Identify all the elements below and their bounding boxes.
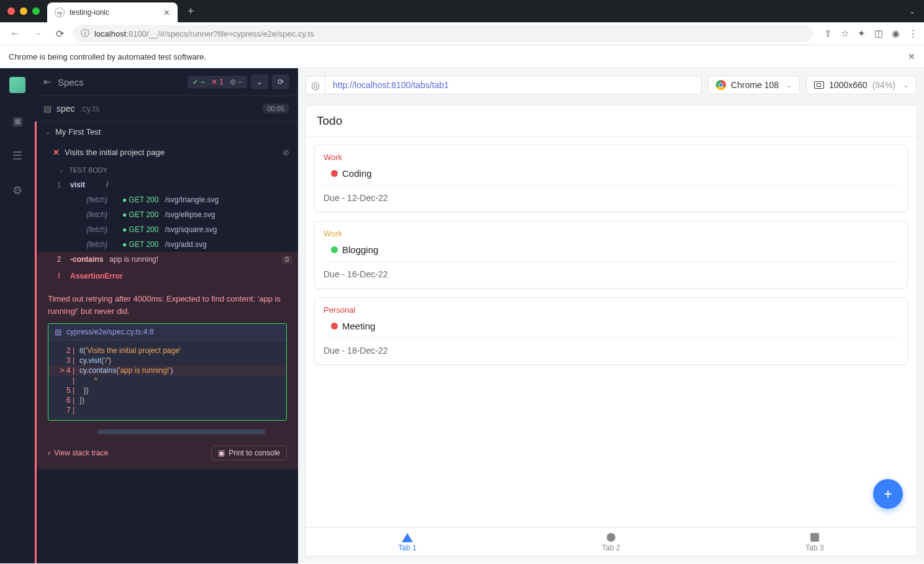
chrome-icon	[716, 80, 726, 90]
error-type: AssertionError	[70, 272, 123, 280]
todo-category: Personal	[324, 305, 899, 315]
page-title: Todo	[306, 105, 917, 137]
spec-ext: .cy.ts	[80, 104, 100, 114]
cypress-logo-icon[interactable]	[9, 77, 25, 93]
plus-icon: +	[884, 485, 892, 503]
reload-button[interactable]: ⟳	[51, 25, 68, 42]
triangle-icon	[402, 533, 413, 542]
log-fetch-row[interactable]: (fetch) ● GET 200 /svg/triangle.svg	[37, 192, 298, 207]
spec-file-row[interactable]: ▤ spec.cy.ts 00:05	[35, 96, 298, 122]
forward-button[interactable]: →	[29, 25, 46, 42]
log-fetch-row[interactable]: (fetch) ● GET 200 /svg/square.svg	[37, 222, 298, 237]
tab-overflow-icon[interactable]: ⌄	[909, 7, 915, 16]
log-command-visit[interactable]: 1 visit /	[37, 177, 298, 192]
log-fetch-row[interactable]: (fetch) ● GET 200 /svg/ellipse.svg	[37, 207, 298, 222]
fail-count: ✕ 1	[211, 78, 224, 86]
test-row[interactable]: ✕ Visits the initial project page ⊘	[37, 142, 298, 163]
menu-icon[interactable]: ⋮	[908, 28, 918, 39]
todo-due: Due - 12-Dec-22	[324, 193, 899, 203]
chevron-down-icon[interactable]: ⌄	[251, 74, 268, 89]
tab-2[interactable]: Tab 2	[509, 527, 713, 556]
url-host: localhost	[94, 29, 126, 38]
browser-tab-bar: cy testing-ionic ✕ + ⌄	[0, 0, 924, 22]
status-dot-icon	[331, 323, 338, 329]
browser-select[interactable]: Chrome 108 ⌄	[708, 76, 800, 94]
pending-count: ⊘ –	[230, 78, 242, 86]
tab-label: Tab 2	[602, 544, 620, 552]
assertion-error-row[interactable]: ! AssertionError	[37, 267, 298, 285]
add-todo-fab[interactable]: +	[873, 479, 903, 509]
new-tab-button[interactable]: +	[188, 5, 194, 18]
cypress-reporter: ⇤ Specs ✓ – ✕ 1 ⊘ – ⌄ ⟳ ▤ spec.cy.ts 00:…	[35, 68, 298, 563]
log-command-contains-fail[interactable]: 2 -contains app is running! 0	[35, 252, 298, 267]
bookmark-icon[interactable]: ☆	[841, 28, 849, 39]
command-log: 1 visit / (fetch) ● GET 200 /svg/triangl…	[37, 177, 298, 469]
back-button[interactable]: ←	[6, 25, 24, 42]
rerun-button[interactable]: ⟳	[272, 74, 289, 89]
settings-nav-icon[interactable]: ⚙	[12, 184, 22, 197]
tab-label: Tab 3	[805, 544, 823, 552]
fail-icon: ✕	[53, 148, 60, 157]
todo-card[interactable]: Personal Meeting Due - 18-Dec-22	[314, 297, 908, 365]
print-to-console-button[interactable]: ▣ Print to console	[211, 445, 287, 460]
status-dot-icon	[331, 170, 338, 177]
browser-url-bar: ← → ⟳ ⓘ localhost:8100/__/#/specs/runner…	[0, 22, 924, 45]
error-message: Timed out retrying after 4000ms: Expecte…	[48, 293, 287, 317]
site-info-icon[interactable]: ⓘ	[81, 28, 89, 39]
profile-icon[interactable]: ◉	[892, 28, 900, 39]
close-window-button[interactable]	[7, 7, 15, 15]
share-icon[interactable]: ⇪	[824, 28, 832, 39]
suite-name: My First Test	[55, 127, 101, 137]
code-frame-header[interactable]: ▤ cypress/e2e/spec.cy.ts:4:8	[48, 324, 286, 341]
status-dot-icon	[331, 246, 338, 253]
tab-3[interactable]: Tab 3	[713, 527, 917, 556]
preview-url-bar: ◎ http://localhost:8100/tabs/tab1	[306, 76, 702, 94]
horizontal-scrollbar[interactable]	[97, 429, 265, 434]
terminal-icon: ▣	[218, 449, 225, 457]
extensions-icon[interactable]: ✦	[858, 28, 866, 39]
test-body-header[interactable]: ⌄ TEST BODY	[37, 163, 298, 177]
tab-1[interactable]: Tab 1	[306, 527, 509, 556]
close-infobar-icon[interactable]: ✕	[908, 51, 915, 61]
warning-icon[interactable]: ⊘	[283, 148, 289, 157]
todo-title: Coding	[342, 168, 372, 179]
address-bar[interactable]: ⓘ localhost:8100/__/#/specs/runner?file=…	[73, 25, 813, 42]
close-tab-icon[interactable]: ✕	[163, 8, 170, 17]
browser-tab[interactable]: cy testing-ionic ✕	[47, 2, 178, 22]
duration-badge: 00:05	[262, 104, 289, 114]
exclamation-icon: !	[54, 272, 64, 280]
automation-message: Chrome is being controlled by automated …	[9, 52, 206, 61]
minimize-window-button[interactable]	[20, 7, 27, 15]
file-location: cypress/e2e/spec.cy.ts:4:8	[66, 328, 154, 336]
circle-icon	[607, 533, 615, 542]
suite-row[interactable]: ⌄ My First Test	[37, 122, 298, 142]
app-preview-pane: ◎ http://localhost:8100/tabs/tab1 Chrome…	[298, 68, 924, 563]
view-stack-trace-link[interactable]: › View stack trace	[48, 449, 108, 457]
chevron-down-icon: ⌄	[786, 81, 792, 89]
square-icon	[810, 533, 819, 542]
file-icon: ▤	[55, 328, 61, 336]
cypress-favicon: cy	[55, 7, 65, 17]
error-detail-box: Timed out retrying after 4000ms: Expecte…	[37, 285, 298, 469]
test-body-label: TEST BODY	[69, 166, 107, 174]
todo-due: Due - 16-Dec-22	[324, 269, 899, 279]
url-port: :8100	[126, 29, 147, 38]
viewport-scale: (94%)	[872, 80, 895, 90]
maximize-window-button[interactable]	[32, 7, 40, 15]
todo-title-row: Blogging	[324, 242, 899, 262]
preview-url[interactable]: http://localhost:8100/tabs/tab1	[325, 76, 702, 94]
selector-playground-icon[interactable]: ◎	[306, 76, 325, 94]
pass-count: ✓ –	[192, 78, 205, 86]
runs-nav-icon[interactable]: ☰	[12, 149, 22, 163]
todo-card[interactable]: Work Blogging Due - 16-Dec-22	[314, 221, 908, 289]
viewport-select[interactable]: 1000x660 (94%) ⌄	[806, 76, 917, 94]
chevron-right-icon: ›	[48, 449, 50, 457]
collapse-specs-icon[interactable]: ⇤	[43, 76, 52, 87]
code-frame: ▤ cypress/e2e/spec.cy.ts:4:8 2 | it('Vis…	[48, 323, 287, 421]
sidepanel-icon[interactable]: ◫	[874, 28, 883, 39]
log-fetch-row[interactable]: (fetch) ● GET 200 /svg/add.svg	[37, 237, 298, 252]
specs-nav-icon[interactable]: ▣	[12, 114, 23, 128]
viewport-dimensions: 1000x660	[829, 80, 867, 90]
elements-count-badge: 0	[282, 256, 292, 264]
todo-card[interactable]: Work Coding Due - 12-Dec-22	[314, 145, 908, 212]
